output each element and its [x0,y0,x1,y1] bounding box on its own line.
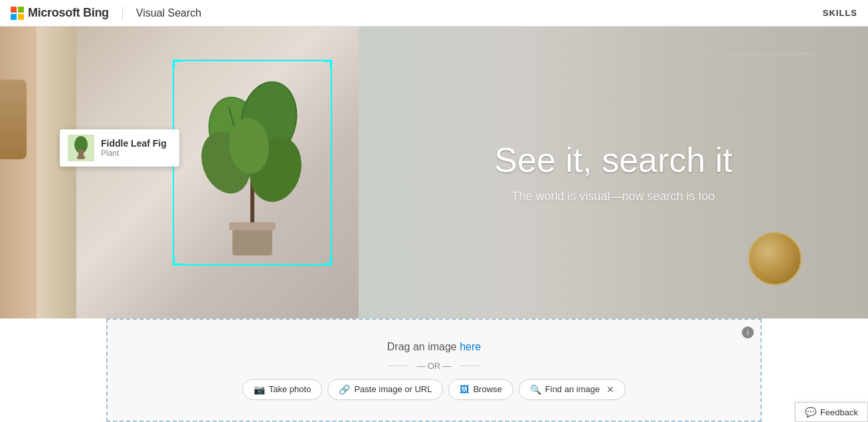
search-icon: 🔍 [530,384,541,395]
action-buttons-group: 📷 Take photo 🔗 Paste image or URL 🖼 Brow… [242,379,626,400]
microsoft-logo-icon [11,7,24,20]
drag-highlight: here [460,341,481,352]
paste-url-label: Paste image or URL [354,384,432,394]
hero-content: Fiddle Leaf Fig Plant See it, search it … [0,27,868,318]
or-divider: — OR — [389,361,479,371]
image-icon: 🖼 [460,384,469,395]
browse-label: Browse [473,384,501,394]
hero-left-scene: Fiddle Leaf Fig Plant [0,27,359,318]
curtain-right [37,27,76,318]
card-text: Fiddle Leaf Fig Plant [101,138,171,158]
hero-subtext: The world is visual—now search is too [511,190,715,204]
hero-right-scene: See it, search it The world is visual—no… [359,27,868,318]
bing-logo: Microsoft Bing [11,6,109,20]
hero-background: Fiddle Leaf Fig Plant See it, search it … [0,27,868,318]
feedback-label: Feedback [820,407,858,417]
info-icon[interactable]: i [742,326,754,338]
logo-area: Microsoft Bing Visual Search [11,6,201,20]
link-icon: 🔗 [339,384,350,395]
paste-url-button[interactable]: 🔗 Paste image or URL [327,379,443,400]
header: Microsoft Bing Visual Search SKILLS [0,0,868,27]
header-divider [122,7,123,20]
hero-headline: See it, search it [494,141,732,179]
bing-brand-text: Microsoft Bing [28,6,109,20]
corner-tl [173,60,182,69]
find-image-label: Find an image [545,384,600,394]
corner-bl [173,256,182,265]
close-icon[interactable]: ✕ [606,384,614,395]
globe-decor [748,232,802,285]
page-title: Visual Search [136,7,201,19]
take-photo-button[interactable]: 📷 Take photo [242,379,323,400]
corner-tr [323,60,332,69]
or-line-left [389,366,408,366]
room-shelf-decor [682,53,815,55]
or-label: — OR — [416,361,452,371]
plant-name: Fiddle Leaf Fig [101,138,171,149]
browse-button[interactable]: 🖼 Browse [448,379,513,400]
plant-info-card[interactable]: Fiddle Leaf Fig Plant [60,129,179,167]
svg-rect-16 [77,156,85,159]
or-line-right [460,366,479,366]
selection-box [173,60,332,265]
svg-rect-15 [80,151,82,157]
find-image-button[interactable]: 🔍 Find an image ✕ [519,379,626,400]
feedback-icon: 💬 [805,407,816,417]
plant-type: Plant [101,149,171,158]
corner-br [323,256,332,265]
hero-section: Fiddle Leaf Fig Plant See it, search it … [0,27,868,318]
svg-point-14 [74,136,88,153]
take-photo-label: Take photo [269,384,311,394]
drag-prefix: Drag an image [387,341,460,352]
feedback-button[interactable]: 💬 Feedback [795,402,868,422]
camera-icon: 📷 [254,384,265,395]
card-thumbnail [68,135,94,161]
basket-decor [0,80,27,159]
skills-button[interactable]: SKILLS [823,8,857,18]
upload-area: i Drag an image here — OR — 📷 Take photo… [106,318,762,422]
drag-drop-text: Drag an image here [387,341,481,353]
